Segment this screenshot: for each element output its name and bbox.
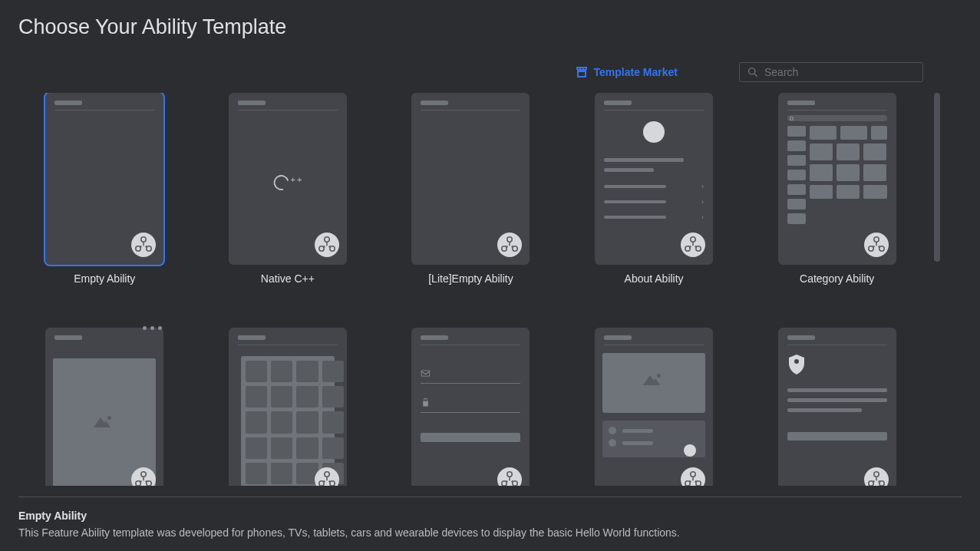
harmony-badge-icon [864,233,889,257]
template-card [778,328,896,486]
svg-point-6 [507,237,512,242]
template-label: About Ability [625,272,684,285]
svg-point-13 [868,246,873,251]
market-icon [576,66,588,78]
selected-template-title: Empty Ability [18,510,962,522]
svg-point-28 [868,481,873,486]
svg-point-27 [873,472,878,477]
harmony-badge-icon [131,467,156,486]
search-input[interactable] [764,66,915,78]
svg-point-10 [685,246,690,251]
cpp-icon: ++ [273,175,302,190]
harmony-badge-icon [131,233,156,257]
template-card [45,328,163,486]
harmony-badge-icon [864,467,889,486]
template-card [411,93,530,265]
template-market-link[interactable]: Template Market [576,66,678,78]
template-card [229,328,347,486]
scrollbar[interactable] [934,93,940,262]
shield-user-icon [787,355,806,374]
svg-point-21 [507,472,512,477]
harmony-badge-icon [315,233,339,257]
template-category-ability[interactable]: Category Ability [751,93,923,285]
template-row2-4[interactable] [568,328,741,486]
svg-point-26 [696,481,701,486]
svg-point-29 [879,481,883,486]
svg-point-20 [330,481,335,486]
image-icon [643,374,665,391]
template-native-cpp[interactable]: ++ Native C++ [202,93,375,285]
svg-point-5 [330,246,335,251]
svg-point-11 [696,246,701,251]
svg-point-18 [325,472,329,477]
page-title: Choose Your Ability Template [18,15,962,39]
mail-icon [421,368,431,378]
template-row2-3[interactable] [384,328,557,486]
grid-icon [241,356,335,486]
avatar-icon [643,121,665,143]
template-about-ability[interactable]: › › › About Ability [568,93,741,285]
svg-point-23 [513,481,517,486]
svg-point-16 [136,481,140,486]
search-box[interactable] [739,62,923,82]
harmony-badge-icon [681,233,705,257]
toolbar: Template Market [18,62,962,82]
svg-point-15 [141,472,146,477]
template-market-label: Template Market [594,66,678,78]
image-icon [94,417,115,434]
svg-point-4 [319,246,324,251]
svg-point-12 [873,237,878,242]
svg-point-9 [691,237,695,242]
avatar-icon [684,444,696,457]
lock-icon [421,398,431,407]
harmony-badge-icon [315,467,339,486]
template-row2-2[interactable] [202,328,375,486]
svg-point-19 [319,481,324,486]
template-card [778,93,896,265]
search-icon [747,67,758,78]
harmony-badge-icon [681,467,705,486]
window-dots-icon [143,326,162,330]
template-card: ++ [229,93,347,265]
template-card [45,93,163,265]
svg-point-7 [502,246,506,251]
svg-point-22 [502,481,506,486]
template-lite-empty[interactable]: [Lite]Empty Ability [384,93,557,285]
svg-point-2 [147,246,151,251]
template-card [411,328,530,486]
svg-point-14 [879,246,883,251]
template-row2-5[interactable] [751,328,923,486]
harmony-badge-icon [497,467,522,486]
template-card: › › › [595,93,713,265]
svg-point-17 [147,481,151,486]
thumb-bar [54,101,82,105]
template-card [595,328,713,486]
template-grid: Empty Ability ++ Native C++ [18,93,962,486]
template-label: Category Ability [800,272,874,285]
template-label: [Lite]Empty Ability [428,272,513,285]
template-row2-1[interactable] [18,328,191,486]
template-grid-wrapper: Empty Ability ++ Native C++ [18,93,962,486]
svg-point-24 [691,472,695,477]
harmony-badge-icon [497,233,522,257]
description-panel: Empty Ability This Feature Ability templ… [18,497,962,551]
svg-point-25 [685,481,690,486]
svg-point-8 [513,246,517,251]
svg-point-1 [136,246,140,251]
svg-point-3 [325,237,329,242]
template-empty-ability[interactable]: Empty Ability [18,93,191,285]
selected-template-description: This Feature Ability template was develo… [18,526,962,539]
template-label: Native C++ [261,272,315,285]
svg-point-0 [141,237,146,242]
template-label: Empty Ability [74,272,135,285]
